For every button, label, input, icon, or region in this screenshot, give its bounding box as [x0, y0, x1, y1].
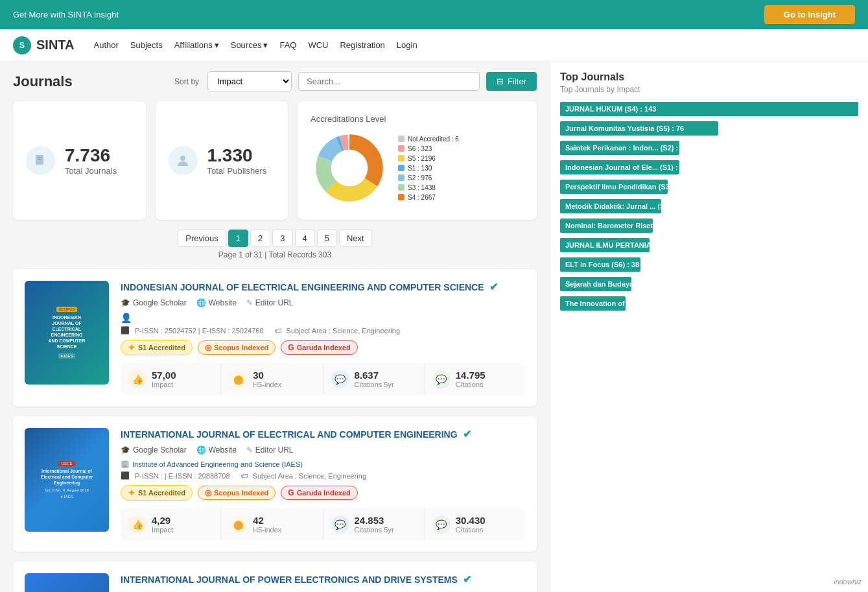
page-4-button[interactable]: 4: [295, 230, 315, 247]
journal-links-2: 🎓 Google Scholar 🌐 Website ✎ Editor URL: [121, 445, 525, 455]
sidebar-bar-5: Metodik Didaktik: Jurnal ... (S4) : 49: [560, 199, 858, 213]
publishers-stat-text: 1.330 Total Publishers: [207, 145, 267, 176]
nav-faq[interactable]: FAQ: [279, 40, 296, 50]
journal-title-3[interactable]: INTERNATIONAL JOURNAL OF POWER ELECTRONI…: [121, 573, 525, 586]
h5-icon-1: ⬤: [229, 370, 248, 388]
scholar-link-2[interactable]: 🎓 Google Scholar: [121, 445, 187, 455]
sidebar-bar-7: JURNAL ILMU PERTANIAN (S4) : 43: [560, 238, 858, 252]
publisher-link-2[interactable]: 🏢 Institute of Advanced Engineering and …: [121, 460, 525, 468]
donut-legend: Not Accredited : 6 S6 : 323 S5 : 2196: [398, 136, 459, 201]
cite5-values-2: 24.853 Citations 5yr: [355, 515, 394, 534]
brand-logo-icon: S: [13, 36, 31, 54]
scopus-globe-icon-2: ◎: [205, 488, 211, 497]
page-title: Journals: [13, 73, 73, 90]
sort-search-area: Sort by Impact Name Citations ⊟ Filter: [174, 71, 537, 91]
website-link-1[interactable]: 🌐 Website: [196, 298, 237, 307]
insight-button[interactable]: Go to Insight: [764, 5, 855, 24]
page-info: Page 1 of 31 | Total Records 303: [218, 250, 331, 259]
sidebar-subtitle: Top Journals by Impact: [560, 85, 858, 94]
page-5-button[interactable]: 5: [317, 230, 337, 247]
website-link-2[interactable]: 🌐 Website: [196, 445, 237, 455]
sidebar-bar-2: Saintek Perikanan : Indon... (S2) : 57: [560, 141, 858, 155]
scholar-icon-2: 🎓: [121, 445, 130, 455]
chevron-down-icon: ▾: [263, 40, 268, 50]
sidebar-bar-6: Nominal: Barometer Riset ... (S3) : 43.8: [560, 219, 858, 233]
page-3-button[interactable]: 3: [272, 230, 292, 247]
watermark: indowhiz: [834, 578, 862, 586]
search-input[interactable]: [298, 72, 480, 91]
prev-button[interactable]: Previous: [178, 230, 226, 247]
cite5-metric-1: 💬 8.637 Citations 5yr: [323, 363, 425, 395]
brand-name: SINTA: [36, 38, 75, 53]
filter-button[interactable]: ⊟ Filter: [486, 72, 537, 91]
next-button[interactable]: Next: [339, 230, 372, 247]
editor-link-2[interactable]: ✎ Editor URL: [246, 445, 294, 455]
bar-track-5[interactable]: Metodik Didaktik: Jurnal ... (S4) : 49: [560, 199, 661, 213]
donut-area: Not Accredited : 6 S6 : 323 S5 : 2196: [311, 129, 524, 207]
chevron-down-icon: ▾: [215, 40, 219, 50]
verified-icon-2: ✔: [463, 428, 471, 440]
garuda-badge-2: G Garuda Indexed: [281, 486, 357, 500]
total-publishers-label: Total Publishers: [207, 166, 267, 176]
total-publishers-card: 1.330 Total Publishers: [156, 101, 288, 220]
journal-issn-2: ⬛ P-ISSN : | E-ISSN : 20888708 🏷 Subject…: [121, 471, 525, 480]
nav-registration[interactable]: Registration: [340, 40, 384, 50]
verified-icon-3: ✔: [463, 573, 471, 586]
nav-author[interactable]: Author: [94, 40, 119, 50]
total-journals-label: Total Journals: [65, 166, 117, 176]
bar-track-3[interactable]: Indonesian Journal of Ele... (S1) : 57: [560, 160, 679, 174]
h5-values-2: 42 H5-index: [253, 515, 281, 534]
scopus-globe-icon: ◎: [205, 343, 211, 352]
sort-label: Sort by: [174, 77, 199, 86]
badge-row-1: ✦ S1 Accredited ◎ Scopus Indexed G Garud…: [121, 340, 525, 355]
journal-card-2: IJECE International Journal ofElectrical…: [13, 416, 537, 552]
banner-text: Get More with SINTA Insight: [13, 10, 119, 19]
nav-sources[interactable]: Sources ▾: [231, 40, 268, 50]
scholar-link-1[interactable]: 🎓 Google Scholar: [121, 298, 187, 307]
legend-s3: S3 : 1438: [398, 184, 459, 191]
bar-track-2[interactable]: Saintek Perikanan : Indon... (S2) : 57: [560, 141, 679, 155]
legend-s2: S2 : 976: [398, 174, 459, 182]
person-icon-1: 👤: [121, 313, 132, 323]
page-1-button[interactable]: 1: [228, 230, 248, 247]
nav-login[interactable]: Login: [397, 40, 417, 50]
impact-values-2: 4,29 Impact: [152, 515, 173, 534]
journal-title-1[interactable]: INDONESIAN JOURNAL OF ELECTRICAL ENGINEE…: [121, 281, 525, 293]
journal-cover-3: IJPEDS: [25, 573, 109, 592]
nav-wcu[interactable]: WCU: [308, 40, 328, 50]
bar-track-8[interactable]: ELT in Focus (S6) : 38: [560, 257, 640, 272]
metrics-row-1: 👍 57,00 Impact ⬤ 30 H5-index: [121, 363, 525, 395]
bar-track-0[interactable]: JURNAL HUKUM (S4) : 143: [560, 102, 858, 116]
journals-icon: [26, 146, 55, 175]
sidebar-bar-10: The Innovation of Social ... (S5) : 31.7…: [560, 296, 858, 311]
editor-icon-1: ✎: [246, 298, 253, 307]
left-content: Journals Sort by Impact Name Citations ⊟…: [0, 62, 550, 592]
page-2-button[interactable]: 2: [250, 230, 270, 247]
nav-subjects[interactable]: Subjects: [130, 40, 163, 50]
impact-metric-1: 👍 57,00 Impact: [121, 363, 222, 395]
bar-track-7[interactable]: JURNAL ILMU PERTANIAN (S4) : 43: [560, 238, 650, 252]
sort-select[interactable]: Impact Name Citations: [207, 71, 292, 91]
cite-metric-2: 💬 30.430 Citations: [425, 508, 525, 540]
donut-chart: [311, 129, 388, 207]
bar-track-9[interactable]: Sejarah dan Budaya : Jurn... (S3) : 34: [560, 277, 631, 291]
bar-track-1[interactable]: Jurnal Komunitas Yustisia (S5) : 76: [560, 121, 718, 136]
cite-values-2: 30.430 Citations: [456, 515, 486, 534]
right-sidebar: Top Journals Top Journals by Impact JURN…: [550, 62, 868, 592]
brand[interactable]: S SINTA: [13, 36, 75, 54]
sidebar-bar-9: Sejarah dan Budaya : Jurn... (S3) : 34: [560, 277, 858, 291]
globe-icon-1: 🌐: [196, 298, 206, 307]
nav-links: Author Subjects Affiliations ▾ Sources ▾…: [94, 40, 417, 50]
h5-values-1: 30 H5-index: [253, 370, 281, 388]
editor-link-1[interactable]: ✎ Editor URL: [246, 298, 294, 307]
badge-row-2: ✦ S1 Accredited ◎ Scopus Indexed G Garud…: [121, 485, 525, 501]
journal-title-2[interactable]: INTERNATIONAL JOURNAL OF ELECTRICAL AND …: [121, 428, 525, 440]
journal-info-3: INTERNATIONAL JOURNAL OF POWER ELECTRONI…: [121, 573, 525, 592]
nav-affiliations[interactable]: Affiliations ▾: [174, 40, 219, 50]
impact-icon-2: 👍: [128, 515, 147, 534]
legend-s1: S1 : 130: [398, 165, 459, 172]
journal-cover-2: IJECE International Journal ofElectrical…: [25, 428, 109, 532]
bar-track-10[interactable]: The Innovation of Social ... (S5) : 31.7…: [560, 296, 626, 311]
bar-track-4[interactable]: Perspektif Ilmu Pendidikan (S3) : 52.285…: [560, 180, 668, 194]
bar-track-6[interactable]: Nominal: Barometer Riset ... (S3) : 43.8: [560, 219, 653, 233]
